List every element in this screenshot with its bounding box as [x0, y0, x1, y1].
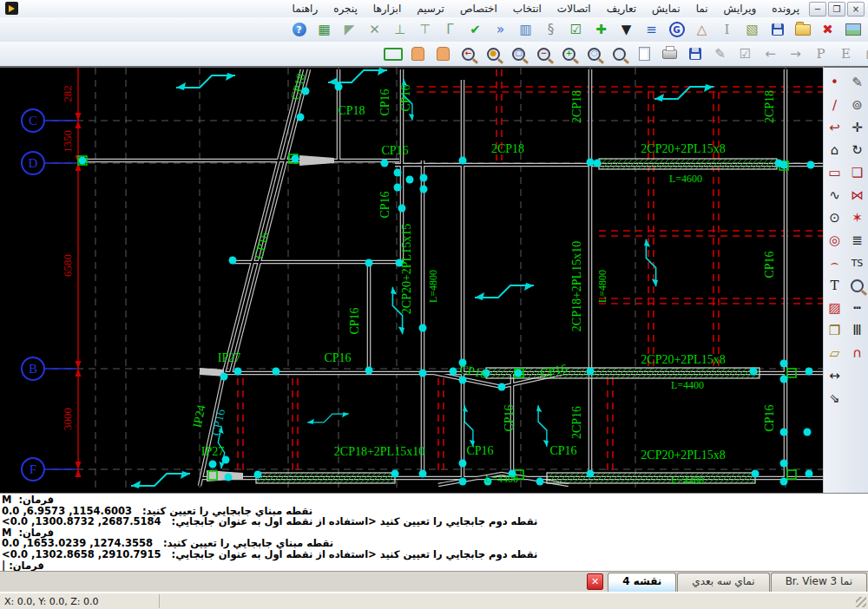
building-check-icon[interactable]: ▥ [513, 18, 538, 42]
save-icon[interactable] [765, 18, 790, 42]
copy-objects-tool[interactable]: ❐ [825, 321, 845, 341]
zoom-previous-icon[interactable]: ← [456, 43, 481, 66]
menu-item-11[interactable]: راهنما [285, 1, 326, 16]
magic-select-tool[interactable]: ✶ [847, 208, 868, 228]
joint-panel-icon[interactable]: ◤ [337, 18, 362, 42]
weight-takeoff-icon[interactable]: ▼ [614, 18, 639, 42]
move-tool[interactable]: ✛ [847, 118, 868, 138]
menu-item-2[interactable]: نما [688, 1, 716, 16]
edit-erase-tool[interactable]: ✎ [847, 73, 868, 93]
zoom-out-icon[interactable]: − [531, 43, 556, 66]
dimension-aligned-tool[interactable]: ⇘ [825, 389, 845, 409]
mirror-tool[interactable]: ⋈ [847, 186, 868, 206]
draw-line-tool[interactable]: ∕ [825, 95, 845, 115]
pins-icon[interactable]: ✚ [589, 18, 614, 42]
menu-item-9[interactable]: ابزارها [365, 1, 409, 16]
report-script-icon[interactable]: § [538, 18, 563, 42]
restore-button[interactable]: ❐ [828, 2, 845, 16]
previous-view-icon[interactable]: ← [758, 43, 783, 66]
menu-item-8[interactable]: ترسیم [409, 1, 452, 16]
command-window[interactable]: فرمان: Mنقطه مبناي جابجايي را تعيين كنيد… [0, 493, 868, 571]
draw-polyline-tool[interactable]: ↩ [825, 118, 845, 138]
text-style-tool[interactable]: TS [847, 253, 868, 273]
zoom-selected-icon[interactable]: ● [481, 43, 506, 66]
view-options-icon[interactable]: ☑ [733, 43, 758, 66]
snap-magnet-tool[interactable]: ∩ [847, 344, 868, 363]
truss-icon[interactable]: △ [689, 18, 714, 42]
brace-x-connection-icon[interactable]: ✕ [362, 18, 387, 42]
layers-tool[interactable]: ≣ [847, 231, 868, 251]
save-view-icon[interactable] [682, 43, 707, 66]
select-window-tool[interactable]: ❏ [847, 163, 868, 183]
menu-item-6[interactable]: انتخاب [505, 1, 549, 16]
copy-offset-tool[interactable]: ⊚ [847, 95, 868, 115]
plan-export-icon[interactable]: ▧ [740, 18, 765, 42]
draw-ellipse-tool[interactable]: ◎ [825, 231, 845, 251]
menu-item-0[interactable]: پرونده [764, 1, 807, 16]
beam-connection-t2-icon[interactable]: ⊤ [412, 18, 437, 42]
dimension-line [76, 68, 82, 477]
view-tab-0[interactable]: نما Br. View 3 [771, 573, 867, 592]
pan-icon[interactable] [431, 43, 456, 66]
connection-check-icon[interactable]: ✔ [463, 18, 488, 42]
redline-icon[interactable]: ✎ [707, 43, 733, 66]
export-dxf-icon[interactable]: ✖ [815, 18, 840, 42]
node [780, 460, 788, 468]
plan-view-icon[interactable]: P [808, 43, 833, 66]
menu-item-1[interactable]: ویرایش [716, 1, 765, 16]
view-3d-icon[interactable]: ◼ [858, 43, 868, 66]
node [515, 370, 523, 377]
zoom-in-icon[interactable]: + [556, 43, 582, 66]
corner-connection-icon[interactable]: Γ [437, 18, 463, 42]
close-button[interactable]: × [847, 2, 865, 16]
story-levels-icon[interactable]: ≡ [639, 18, 664, 42]
beam-label: IP27 [201, 445, 224, 458]
group-copy-tool[interactable]: ▱ [825, 344, 845, 363]
draw-spline-tool[interactable]: ∿ [825, 186, 845, 206]
hatch-tool[interactable]: ▨ [825, 298, 845, 318]
zoom-object-tool [851, 279, 864, 292]
pan-sheet-icon[interactable] [405, 43, 431, 66]
menu-item-3[interactable]: نمایش [644, 1, 688, 16]
beam-connection-t-icon[interactable]: ⊥ [387, 18, 412, 42]
draw-arc-tool[interactable]: ⌢ [825, 253, 845, 273]
run-connections-icon[interactable]: » [488, 18, 513, 42]
select-window-tool: ❏ [852, 167, 863, 180]
menu-item-10[interactable]: پنجره [326, 1, 365, 16]
draw-point-tool[interactable]: • [825, 73, 845, 93]
ibeam-section-icon[interactable]: I [714, 18, 740, 42]
linetype-tool[interactable]: ┅ [847, 298, 868, 318]
draw-rectangle-tool[interactable]: ▭ [825, 163, 845, 183]
dimension-linear-tool[interactable]: ↔ [825, 366, 845, 386]
drawing-canvas[interactable]: CDBF 282135065803000 CP18CP18CP16CP162CP… [0, 66, 823, 493]
zoom-icon[interactable] [607, 43, 632, 66]
close-view-button[interactable]: ✕ [587, 573, 603, 590]
zoom-window-icon[interactable]: ▢ [506, 43, 531, 66]
help-icon[interactable]: ? [286, 18, 312, 42]
open-folder-icon[interactable] [790, 18, 815, 42]
draw-text-tool[interactable]: T [825, 276, 845, 296]
menu-item-4[interactable]: تعاریف [599, 1, 644, 16]
resize-grip[interactable] [856, 597, 866, 607]
app-icon[interactable] [5, 2, 18, 15]
elevation-view-icon[interactable]: E [833, 43, 858, 66]
grid-circle-icon[interactable]: G [664, 18, 689, 42]
array-tool[interactable]: Ⅲ [847, 321, 868, 341]
view-tab-2[interactable]: نقشه 4 [608, 573, 676, 592]
import-image-icon[interactable] [840, 18, 865, 42]
rotate-tool[interactable]: ↻ [847, 141, 868, 160]
view-tab-1[interactable]: نماي سه بعدي [677, 573, 769, 592]
minimize-button[interactable]: − [809, 2, 826, 16]
print-icon[interactable] [657, 43, 682, 66]
zoom-extents-icon[interactable] [380, 43, 405, 66]
menu-item-5[interactable]: اتصالات [549, 1, 599, 16]
next-view-icon[interactable]: → [783, 43, 808, 66]
print-preview-icon[interactable] [632, 43, 657, 66]
menu-item-7[interactable]: اختصاص [452, 1, 505, 16]
zoom-dynamic-icon[interactable]: ◌ [582, 43, 607, 66]
checklist-export-icon[interactable]: ☑ [563, 18, 589, 42]
draw-polygon-tool[interactable]: ⌂ [825, 141, 845, 160]
grid-definition-icon[interactable]: ▦ [312, 18, 337, 42]
draw-circle-tool[interactable]: ⊙ [825, 208, 845, 228]
zoom-object-tool[interactable] [847, 276, 868, 296]
